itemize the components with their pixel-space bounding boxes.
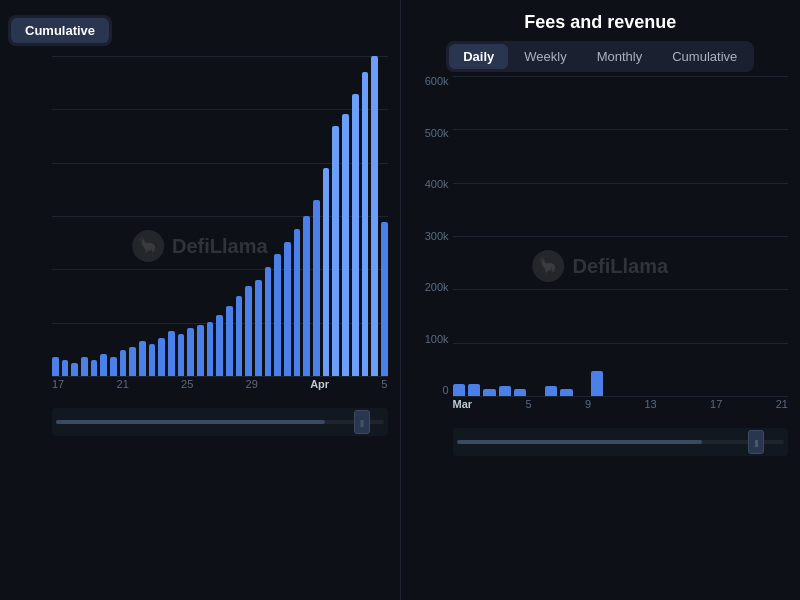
- right-scrollbar-track[interactable]: [457, 440, 785, 444]
- right-scrollbar[interactable]: [453, 428, 789, 456]
- left-bar-3: [81, 357, 88, 376]
- left-bar-15: [197, 325, 204, 376]
- y-label-200k: 200k: [425, 282, 449, 293]
- left-bar-22: [265, 267, 272, 376]
- left-bar-18: [226, 306, 233, 376]
- page-title: Fees and revenue: [524, 12, 676, 32]
- left-panel-header: Cumulative: [8, 12, 392, 48]
- tab-weekly[interactable]: Weekly: [510, 44, 580, 69]
- left-bar-19: [236, 296, 243, 376]
- tab-cumulative-right[interactable]: Cumulative: [658, 44, 751, 69]
- left-bars: [52, 56, 388, 376]
- left-bar-13: [178, 334, 185, 376]
- left-bar-9: [139, 341, 146, 376]
- x-label-21r: 21: [776, 398, 788, 410]
- y-label-0: 0: [442, 385, 448, 396]
- left-bar-21: [255, 280, 262, 376]
- tab-monthly[interactable]: Monthly: [583, 44, 657, 69]
- left-x-axis: 17 21 25 29 Apr 5: [52, 378, 388, 390]
- left-bar-24: [284, 242, 291, 376]
- left-bar-4: [91, 360, 98, 376]
- right-bar-8: [560, 389, 572, 396]
- right-tab-group: Daily Weekly Monthly Cumulative: [446, 41, 754, 72]
- left-scrollbar[interactable]: [52, 408, 388, 436]
- y-label-600k: 600k: [425, 76, 449, 87]
- right-bar-4: [514, 389, 526, 396]
- y-label-500k: 500k: [425, 128, 449, 139]
- left-bar-5: [100, 354, 107, 376]
- left-bar-20: [245, 286, 252, 376]
- left-bar-0: [52, 357, 59, 376]
- right-bar-1: [468, 384, 480, 396]
- left-bar-12: [168, 331, 175, 376]
- y-label-300k: 300k: [425, 231, 449, 242]
- left-bar-16: [207, 322, 214, 376]
- left-bar-27: [313, 200, 320, 376]
- left-bar-26: [303, 216, 310, 376]
- x-label-apr: Apr: [310, 378, 329, 390]
- right-bar-2: [483, 389, 495, 396]
- right-panel-header: Fees and revenue Daily Weekly Monthly Cu…: [409, 12, 793, 72]
- right-bar-0: [453, 384, 465, 396]
- left-bar-23: [274, 254, 281, 376]
- left-bar-6: [110, 357, 117, 376]
- x-label-5: 5: [381, 378, 387, 390]
- left-chart-area: 17 21 25 29 Apr 5 🦙 DefiLlama: [8, 56, 392, 436]
- right-scrollbar-thumb: [457, 440, 703, 444]
- y-label-100k: 100k: [425, 334, 449, 345]
- tab-daily[interactable]: Daily: [449, 44, 508, 69]
- left-bar-25: [294, 229, 301, 376]
- right-scrollbar-handle[interactable]: [748, 430, 764, 454]
- y-label-400k: 400k: [425, 179, 449, 190]
- right-chart-area: 600k 500k 400k 300k 200k 100k 0: [409, 76, 793, 456]
- left-scrollbar-thumb: [56, 420, 325, 424]
- x-label-mar: Mar: [453, 398, 473, 410]
- right-x-axis: Mar 5 9 13 17 21: [453, 398, 789, 410]
- left-bar-31: [352, 94, 359, 376]
- left-bar-34: [381, 222, 388, 376]
- right-bars: [453, 76, 789, 396]
- x-label-21: 21: [117, 378, 129, 390]
- left-bar-11: [158, 338, 165, 376]
- left-tab-group: Cumulative: [8, 15, 112, 46]
- tab-cumulative-left[interactable]: Cumulative: [11, 18, 109, 43]
- left-bar-30: [342, 114, 349, 376]
- left-bar-7: [120, 350, 127, 376]
- left-bar-1: [62, 360, 69, 376]
- left-bar-10: [149, 344, 156, 376]
- x-label-17r: 17: [710, 398, 722, 410]
- left-scrollbar-handle[interactable]: [354, 410, 370, 434]
- left-panel: Cumulative 17 21 25 29 Apr: [0, 0, 401, 600]
- x-label-13r: 13: [644, 398, 656, 410]
- left-bar-33: [371, 56, 378, 376]
- x-label-25: 25: [181, 378, 193, 390]
- x-label-9r: 9: [585, 398, 591, 410]
- left-bar-14: [187, 328, 194, 376]
- x-label-29: 29: [246, 378, 258, 390]
- x-label-5r: 5: [525, 398, 531, 410]
- right-y-axis: 600k 500k 400k 300k 200k 100k 0: [409, 76, 453, 396]
- right-panel: Fees and revenue Daily Weekly Monthly Cu…: [401, 0, 801, 600]
- left-bar-2: [71, 363, 78, 376]
- right-bar-11: [591, 371, 603, 396]
- left-bar-17: [216, 315, 223, 376]
- left-bar-28: [323, 168, 330, 376]
- left-scrollbar-track[interactable]: [56, 420, 384, 424]
- left-bar-8: [129, 347, 136, 376]
- left-bar-29: [332, 126, 339, 376]
- left-bar-32: [362, 72, 369, 376]
- right-bar-7: [545, 386, 557, 396]
- right-bar-3: [499, 386, 511, 396]
- x-label-17: 17: [52, 378, 64, 390]
